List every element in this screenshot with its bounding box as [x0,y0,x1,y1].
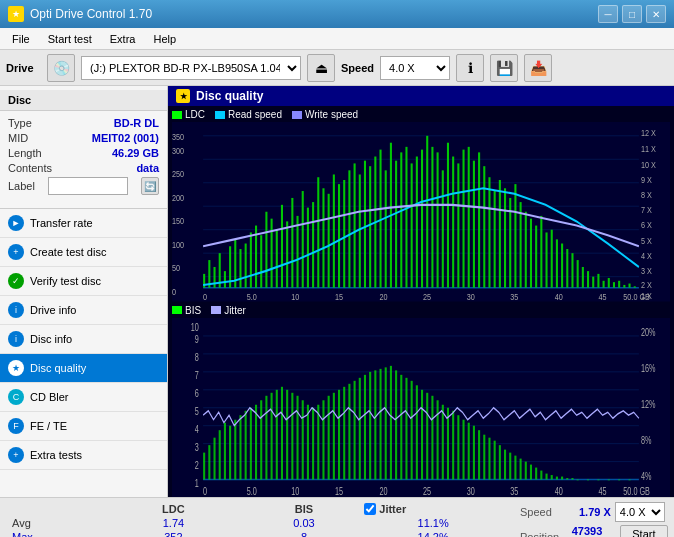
sidebar-item-fe-te[interactable]: F FE / TE [0,412,167,441]
close-button[interactable]: ✕ [646,5,666,23]
start-full-button[interactable]: Start full [620,525,668,537]
svg-rect-174 [333,392,335,479]
svg-rect-208 [509,452,511,479]
sidebar-item-verify-test-disc[interactable]: ✓ Verify test disc [0,267,167,296]
disc-quality-icon: ★ [8,360,24,376]
sidebar-item-disc-info[interactable]: i Disc info [0,325,167,354]
menu-start-test[interactable]: Start test [40,31,100,47]
drive-select[interactable]: (J:) PLEXTOR BD-R PX-LB950SA 1.04 [81,56,301,80]
position-value: 47393 MB [572,525,616,537]
chart2-legend-jitter: Jitter [224,305,246,316]
svg-text:350: 350 [172,131,184,142]
svg-rect-206 [499,445,501,479]
svg-text:5.0: 5.0 [247,291,257,301]
svg-rect-37 [245,244,247,288]
minimize-button[interactable]: ─ [598,5,618,23]
max-jitter: 14.2% [360,530,506,537]
svg-text:12 X: 12 X [641,127,656,138]
transfer-rate-icon: ► [8,215,24,231]
svg-rect-101 [577,260,579,288]
svg-rect-111 [629,284,631,288]
panel-title: ★ Disc quality [168,86,674,106]
svg-text:4 X: 4 X [641,250,652,261]
svg-text:7: 7 [195,370,199,382]
sidebar-item-disc-quality[interactable]: ★ Disc quality [0,354,167,383]
svg-rect-186 [395,370,397,479]
svg-rect-150 [208,445,210,479]
speed-ctrl-select[interactable]: 4.0 X [615,502,665,522]
disc-icon[interactable]: 💾 [490,54,518,82]
svg-rect-154 [229,425,231,479]
svg-text:20: 20 [380,485,388,497]
disc-label-input[interactable] [48,177,128,195]
svg-rect-86 [499,180,501,288]
chart1-legend-write: Write speed [305,109,358,120]
svg-rect-78 [457,163,459,287]
svg-text:0: 0 [172,286,176,297]
svg-rect-187 [400,374,402,479]
svg-rect-218 [561,476,563,479]
svg-rect-74 [437,152,439,287]
svg-rect-79 [463,150,465,288]
svg-rect-149 [203,452,205,479]
svg-rect-165 [286,389,288,479]
maximize-button[interactable]: □ [622,5,642,23]
main-content: Disc Type BD-R DL MID MEIT02 (001) Lengt… [0,86,674,497]
menu-help[interactable]: Help [145,31,184,47]
svg-text:100: 100 [172,239,184,250]
svg-rect-226 [629,479,631,480]
label-icon[interactable]: 🔄 [141,177,159,195]
type-value: BD-R DL [114,117,159,129]
svg-text:3 X: 3 X [641,265,652,276]
extra-tests-icon: + [8,447,24,463]
svg-text:300: 300 [172,145,184,156]
svg-rect-189 [411,380,413,479]
svg-rect-178 [354,380,356,479]
avg-ldc: 1.74 [99,516,247,530]
menu-file[interactable]: File [4,31,38,47]
svg-rect-220 [571,478,573,479]
col-header-jitter: Jitter [360,502,506,516]
svg-text:11 X: 11 X [641,143,656,154]
svg-rect-89 [514,184,516,288]
speed-select[interactable]: 4.0 X [380,56,450,80]
avg-bis: 0.03 [248,516,361,530]
info-icon[interactable]: ℹ [456,54,484,82]
svg-text:250: 250 [172,168,184,179]
svg-text:4%: 4% [641,470,651,482]
sidebar-item-transfer-rate[interactable]: ► Transfer rate [0,209,167,238]
svg-rect-72 [426,136,428,288]
svg-rect-66 [395,161,397,288]
svg-text:40: 40 [555,485,563,497]
save-icon[interactable]: 📥 [524,54,552,82]
chart1-legend-ldc: LDC [185,109,205,120]
sidebar: Disc Type BD-R DL MID MEIT02 (001) Lengt… [0,86,168,497]
type-label: Type [8,117,32,129]
svg-text:2 X: 2 X [641,279,652,290]
jitter-checkbox[interactable] [364,503,376,515]
svg-rect-152 [219,430,221,479]
svg-rect-211 [525,461,527,479]
menu-extra[interactable]: Extra [102,31,144,47]
svg-rect-214 [540,470,542,479]
svg-text:5.0: 5.0 [247,485,257,497]
svg-text:6 X: 6 X [641,219,652,230]
svg-rect-103 [587,271,589,288]
drive-icon: 💿 [47,54,75,82]
sidebar-item-create-test-disc[interactable]: + Create test disc [0,238,167,267]
chart1-area: 0 50 100 150 200 250 300 350 12 X 11 X 1… [172,122,670,302]
svg-rect-94 [540,216,542,288]
sidebar-item-drive-info[interactable]: i Drive info [0,296,167,325]
svg-rect-69 [411,163,413,287]
svg-rect-71 [421,150,423,288]
avg-label: Avg [8,516,99,530]
eject-icon[interactable]: ⏏ [307,54,335,82]
svg-text:8 X: 8 X [641,189,652,200]
sidebar-item-cd-bler[interactable]: C CD Bler [0,383,167,412]
sidebar-item-label-disc-quality: Disc quality [30,362,86,374]
svg-rect-87 [504,188,506,287]
svg-rect-201 [473,425,475,479]
svg-rect-98 [561,244,563,288]
speed-ctrl-value: 1.79 X [579,506,611,518]
sidebar-item-extra-tests[interactable]: + Extra tests [0,441,167,470]
